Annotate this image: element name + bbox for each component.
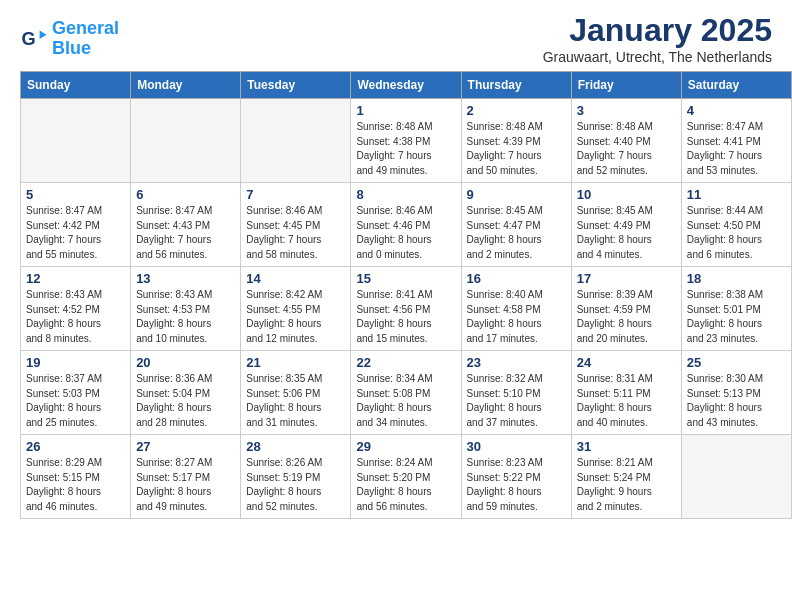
- day-cell: [131, 99, 241, 183]
- day-info: Sunrise: 8:24 AM Sunset: 5:20 PM Dayligh…: [356, 456, 455, 514]
- col-header-saturday: Saturday: [681, 72, 791, 99]
- day-number: 19: [26, 355, 125, 370]
- day-cell: 23Sunrise: 8:32 AM Sunset: 5:10 PM Dayli…: [461, 351, 571, 435]
- location-subtitle: Grauwaart, Utrecht, The Netherlands: [543, 49, 772, 65]
- day-info: Sunrise: 8:39 AM Sunset: 4:59 PM Dayligh…: [577, 288, 676, 346]
- day-info: Sunrise: 8:30 AM Sunset: 5:13 PM Dayligh…: [687, 372, 786, 430]
- day-cell: 30Sunrise: 8:23 AM Sunset: 5:22 PM Dayli…: [461, 435, 571, 519]
- day-info: Sunrise: 8:37 AM Sunset: 5:03 PM Dayligh…: [26, 372, 125, 430]
- day-info: Sunrise: 8:26 AM Sunset: 5:19 PM Dayligh…: [246, 456, 345, 514]
- day-number: 16: [467, 271, 566, 286]
- day-number: 8: [356, 187, 455, 202]
- day-info: Sunrise: 8:47 AM Sunset: 4:42 PM Dayligh…: [26, 204, 125, 262]
- day-info: Sunrise: 8:46 AM Sunset: 4:45 PM Dayligh…: [246, 204, 345, 262]
- col-header-tuesday: Tuesday: [241, 72, 351, 99]
- day-info: Sunrise: 8:21 AM Sunset: 5:24 PM Dayligh…: [577, 456, 676, 514]
- day-number: 1: [356, 103, 455, 118]
- day-info: Sunrise: 8:48 AM Sunset: 4:39 PM Dayligh…: [467, 120, 566, 178]
- day-number: 12: [26, 271, 125, 286]
- day-info: Sunrise: 8:48 AM Sunset: 4:38 PM Dayligh…: [356, 120, 455, 178]
- day-number: 25: [687, 355, 786, 370]
- logo-icon: G: [20, 25, 48, 53]
- day-cell: 20Sunrise: 8:36 AM Sunset: 5:04 PM Dayli…: [131, 351, 241, 435]
- svg-marker-1: [40, 30, 47, 38]
- day-info: Sunrise: 8:23 AM Sunset: 5:22 PM Dayligh…: [467, 456, 566, 514]
- day-number: 11: [687, 187, 786, 202]
- day-info: Sunrise: 8:41 AM Sunset: 4:56 PM Dayligh…: [356, 288, 455, 346]
- day-cell: 3Sunrise: 8:48 AM Sunset: 4:40 PM Daylig…: [571, 99, 681, 183]
- day-info: Sunrise: 8:44 AM Sunset: 4:50 PM Dayligh…: [687, 204, 786, 262]
- day-number: 30: [467, 439, 566, 454]
- month-title: January 2025: [543, 12, 772, 49]
- day-cell: [681, 435, 791, 519]
- day-info: Sunrise: 8:29 AM Sunset: 5:15 PM Dayligh…: [26, 456, 125, 514]
- day-number: 3: [577, 103, 676, 118]
- day-cell: 2Sunrise: 8:48 AM Sunset: 4:39 PM Daylig…: [461, 99, 571, 183]
- day-cell: [21, 99, 131, 183]
- day-cell: 7Sunrise: 8:46 AM Sunset: 4:45 PM Daylig…: [241, 183, 351, 267]
- day-cell: 19Sunrise: 8:37 AM Sunset: 5:03 PM Dayli…: [21, 351, 131, 435]
- day-number: 24: [577, 355, 676, 370]
- day-info: Sunrise: 8:47 AM Sunset: 4:41 PM Dayligh…: [687, 120, 786, 178]
- day-info: Sunrise: 8:45 AM Sunset: 4:47 PM Dayligh…: [467, 204, 566, 262]
- week-row-2: 5Sunrise: 8:47 AM Sunset: 4:42 PM Daylig…: [21, 183, 792, 267]
- day-info: Sunrise: 8:43 AM Sunset: 4:53 PM Dayligh…: [136, 288, 235, 346]
- day-info: Sunrise: 8:40 AM Sunset: 4:58 PM Dayligh…: [467, 288, 566, 346]
- day-info: Sunrise: 8:46 AM Sunset: 4:46 PM Dayligh…: [356, 204, 455, 262]
- day-number: 17: [577, 271, 676, 286]
- day-number: 20: [136, 355, 235, 370]
- day-info: Sunrise: 8:48 AM Sunset: 4:40 PM Dayligh…: [577, 120, 676, 178]
- day-info: Sunrise: 8:27 AM Sunset: 5:17 PM Dayligh…: [136, 456, 235, 514]
- col-header-wednesday: Wednesday: [351, 72, 461, 99]
- day-number: 22: [356, 355, 455, 370]
- day-cell: 24Sunrise: 8:31 AM Sunset: 5:11 PM Dayli…: [571, 351, 681, 435]
- day-info: Sunrise: 8:47 AM Sunset: 4:43 PM Dayligh…: [136, 204, 235, 262]
- day-cell: 21Sunrise: 8:35 AM Sunset: 5:06 PM Dayli…: [241, 351, 351, 435]
- day-cell: 13Sunrise: 8:43 AM Sunset: 4:53 PM Dayli…: [131, 267, 241, 351]
- day-cell: 4Sunrise: 8:47 AM Sunset: 4:41 PM Daylig…: [681, 99, 791, 183]
- week-row-4: 19Sunrise: 8:37 AM Sunset: 5:03 PM Dayli…: [21, 351, 792, 435]
- day-number: 2: [467, 103, 566, 118]
- day-info: Sunrise: 8:32 AM Sunset: 5:10 PM Dayligh…: [467, 372, 566, 430]
- col-header-thursday: Thursday: [461, 72, 571, 99]
- title-block: January 2025 Grauwaart, Utrecht, The Net…: [543, 12, 772, 65]
- day-number: 13: [136, 271, 235, 286]
- day-cell: 10Sunrise: 8:45 AM Sunset: 4:49 PM Dayli…: [571, 183, 681, 267]
- day-number: 15: [356, 271, 455, 286]
- day-number: 21: [246, 355, 345, 370]
- day-cell: 22Sunrise: 8:34 AM Sunset: 5:08 PM Dayli…: [351, 351, 461, 435]
- day-number: 7: [246, 187, 345, 202]
- logo-blue: Blue: [52, 38, 91, 58]
- day-cell: 26Sunrise: 8:29 AM Sunset: 5:15 PM Dayli…: [21, 435, 131, 519]
- day-info: Sunrise: 8:31 AM Sunset: 5:11 PM Dayligh…: [577, 372, 676, 430]
- day-number: 23: [467, 355, 566, 370]
- day-cell: 6Sunrise: 8:47 AM Sunset: 4:43 PM Daylig…: [131, 183, 241, 267]
- day-number: 6: [136, 187, 235, 202]
- calendar-table: SundayMondayTuesdayWednesdayThursdayFrid…: [20, 71, 792, 519]
- day-cell: 5Sunrise: 8:47 AM Sunset: 4:42 PM Daylig…: [21, 183, 131, 267]
- day-cell: 8Sunrise: 8:46 AM Sunset: 4:46 PM Daylig…: [351, 183, 461, 267]
- day-number: 18: [687, 271, 786, 286]
- day-cell: 17Sunrise: 8:39 AM Sunset: 4:59 PM Dayli…: [571, 267, 681, 351]
- day-info: Sunrise: 8:36 AM Sunset: 5:04 PM Dayligh…: [136, 372, 235, 430]
- day-number: 5: [26, 187, 125, 202]
- col-header-friday: Friday: [571, 72, 681, 99]
- calendar-header-row: SundayMondayTuesdayWednesdayThursdayFrid…: [21, 72, 792, 99]
- day-cell: 1Sunrise: 8:48 AM Sunset: 4:38 PM Daylig…: [351, 99, 461, 183]
- day-cell: 12Sunrise: 8:43 AM Sunset: 4:52 PM Dayli…: [21, 267, 131, 351]
- week-row-3: 12Sunrise: 8:43 AM Sunset: 4:52 PM Dayli…: [21, 267, 792, 351]
- day-cell: 15Sunrise: 8:41 AM Sunset: 4:56 PM Dayli…: [351, 267, 461, 351]
- day-number: 9: [467, 187, 566, 202]
- week-row-5: 26Sunrise: 8:29 AM Sunset: 5:15 PM Dayli…: [21, 435, 792, 519]
- day-cell: 14Sunrise: 8:42 AM Sunset: 4:55 PM Dayli…: [241, 267, 351, 351]
- day-cell: 9Sunrise: 8:45 AM Sunset: 4:47 PM Daylig…: [461, 183, 571, 267]
- col-header-sunday: Sunday: [21, 72, 131, 99]
- day-number: 4: [687, 103, 786, 118]
- day-number: 10: [577, 187, 676, 202]
- day-info: Sunrise: 8:35 AM Sunset: 5:06 PM Dayligh…: [246, 372, 345, 430]
- logo: G General Blue: [20, 19, 119, 59]
- logo-text: General Blue: [52, 19, 119, 59]
- day-info: Sunrise: 8:42 AM Sunset: 4:55 PM Dayligh…: [246, 288, 345, 346]
- day-cell: 28Sunrise: 8:26 AM Sunset: 5:19 PM Dayli…: [241, 435, 351, 519]
- day-cell: 11Sunrise: 8:44 AM Sunset: 4:50 PM Dayli…: [681, 183, 791, 267]
